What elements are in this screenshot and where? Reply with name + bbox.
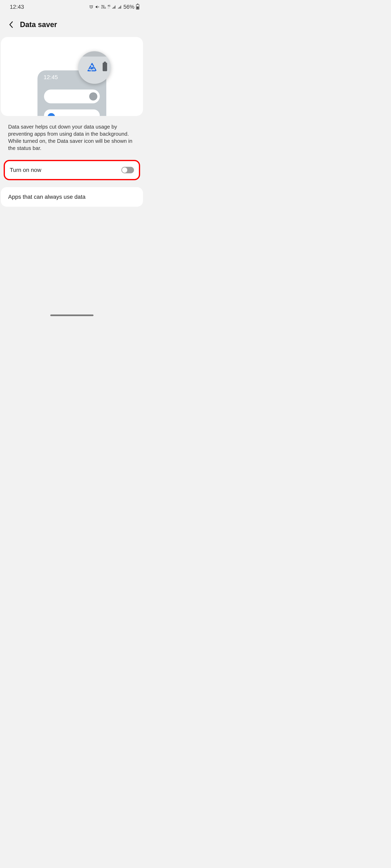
zoom-statusbar [78, 51, 111, 57]
page-title: Data saver [20, 20, 57, 29]
turn-on-toggle-row[interactable]: Turn on now [4, 160, 140, 180]
signal-icon-2 [118, 5, 122, 9]
mockup-row [44, 90, 100, 103]
status-icons: Vo)LTE1 4G↓↑ 56% [89, 4, 139, 10]
volte-icon: Vo)LTE1 [101, 5, 106, 9]
alarm-icon [89, 5, 93, 9]
network-4g-icon: 4G↓↑ [108, 5, 110, 9]
apps-row-label: Apps that can always use data [8, 194, 136, 200]
switch-knob [122, 167, 127, 173]
nav-handle[interactable] [50, 314, 93, 316]
zoom-battery-icon [103, 63, 107, 71]
status-time: 12:43 [10, 4, 24, 10]
mute-icon [95, 5, 100, 9]
page-header: Data saver [0, 12, 144, 37]
mockup-time: 12:45 [44, 74, 58, 81]
status-bar: 12:43 Vo)LTE1 4G↓↑ 56% [0, 0, 144, 12]
battery-icon [136, 4, 139, 9]
illustration-card: 12:45 [1, 37, 143, 116]
battery-percent: 56% [123, 4, 134, 10]
data-saver-switch[interactable] [121, 167, 134, 173]
mockup-row-2 [44, 110, 100, 116]
apps-always-use-data-row[interactable]: Apps that can always use data [1, 187, 143, 207]
mockup-toggle-dot [89, 92, 97, 100]
zoom-circle [78, 51, 111, 84]
toggle-label: Turn on now [10, 167, 41, 173]
back-button[interactable] [8, 22, 14, 28]
signal-icon-1 [112, 5, 116, 9]
description-text: Data saver helps cut down your data usag… [0, 116, 144, 158]
mockup-dot-2 [48, 113, 55, 116]
data-saver-icon [87, 63, 97, 73]
